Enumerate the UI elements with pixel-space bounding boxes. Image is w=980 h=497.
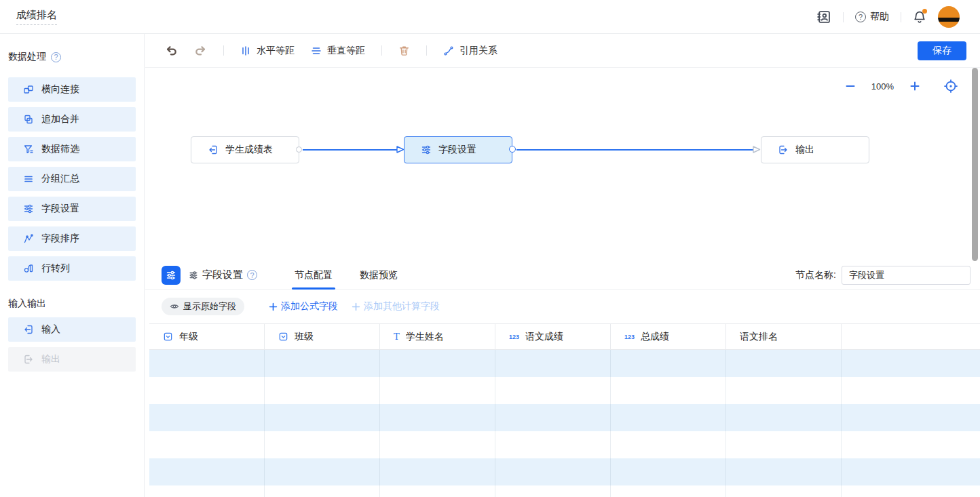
table-row xyxy=(149,458,980,485)
field-settings-icon xyxy=(421,144,432,155)
output-icon xyxy=(778,144,789,155)
sidebar-item-data-filter[interactable]: 数据筛选 xyxy=(8,137,136,161)
column-header-chinese-score[interactable]: 123 语文成绩 xyxy=(495,324,611,349)
table-cell xyxy=(495,485,611,497)
table-cell xyxy=(495,431,611,458)
table-cell xyxy=(726,485,842,497)
help-button[interactable]: 帮助 xyxy=(855,11,889,23)
tab-node-config[interactable]: 节点配置 xyxy=(295,261,333,290)
field-actions-row: 显示原始字段 添加公式字段 添加其他计算字段 xyxy=(145,290,980,323)
node-name-input[interactable] xyxy=(842,266,970,285)
sidebar-item-pivot[interactable]: 行转列 xyxy=(8,256,136,281)
number-type-icon: 123 xyxy=(509,334,519,340)
add-formula-field-label: 添加公式字段 xyxy=(281,300,338,313)
vertical-distribute-label: 垂直等距 xyxy=(327,45,365,57)
edge-fieldsettings-to-output xyxy=(516,149,753,151)
minus-icon xyxy=(844,80,856,92)
table-cell xyxy=(149,485,265,497)
input-icon xyxy=(23,324,34,335)
column-header-empty xyxy=(842,324,980,349)
table-cell xyxy=(726,377,842,404)
sidebar-item-append-merge[interactable]: 追加合并 xyxy=(8,107,136,132)
divider xyxy=(223,45,224,56)
zoom-in-button[interactable] xyxy=(909,80,921,92)
vertical-scrollbar[interactable] xyxy=(972,68,978,261)
user-avatar[interactable] xyxy=(938,6,960,28)
sidebar-item-input[interactable]: 输入 xyxy=(8,317,136,342)
table-cell xyxy=(149,431,265,458)
plus-icon xyxy=(269,302,278,311)
sidebar-section-input-output: 输入输出 xyxy=(8,297,144,311)
top-bar: 成绩排名 帮助 xyxy=(0,0,980,34)
table-row xyxy=(149,377,980,404)
node-name-group: 节点名称: xyxy=(795,266,970,285)
add-formula-field-button[interactable]: 添加公式字段 xyxy=(269,300,338,313)
section-help-icon[interactable] xyxy=(51,52,61,62)
table-cell xyxy=(611,458,726,485)
table-cell xyxy=(842,404,980,431)
column-header-grade[interactable]: 年级 xyxy=(149,324,265,349)
notifications-button[interactable] xyxy=(913,10,926,24)
eye-icon xyxy=(170,302,179,311)
horizontal-distribute-label: 水平等距 xyxy=(257,45,295,57)
column-header-total-score[interactable]: 123 总成绩 xyxy=(611,324,726,349)
column-label: 年级 xyxy=(179,331,198,343)
table-cell xyxy=(495,458,611,485)
app-window: 成绩排名 帮助 xyxy=(0,0,980,497)
table-cell xyxy=(842,458,980,485)
output-port[interactable] xyxy=(296,146,302,153)
topbar-actions: 帮助 xyxy=(816,0,960,34)
panel-help-icon[interactable] xyxy=(247,270,257,280)
add-other-calc-field-label: 添加其他计算字段 xyxy=(364,300,440,313)
node-output[interactable]: 输出 xyxy=(761,136,869,163)
field-settings-mini-icon xyxy=(189,271,198,280)
divider xyxy=(901,12,901,22)
zoom-out-button[interactable] xyxy=(844,80,856,92)
fit-view-button[interactable] xyxy=(944,79,958,93)
sidebar-item-output: 输出 xyxy=(8,347,136,372)
panel-header: 字段设置 节点配置 数据预览 节点名称: xyxy=(145,261,980,290)
reference-relation-button[interactable]: 引用关系 xyxy=(443,45,497,57)
sidebar-item-field-settings[interactable]: 字段设置 xyxy=(8,197,136,221)
table-header-row: 年级 班级 T 学生姓名 xyxy=(149,323,980,350)
sidebar-item-horizontal-join[interactable]: 横向连接 xyxy=(8,77,136,102)
horizontal-distribute-button[interactable]: 水平等距 xyxy=(240,45,295,57)
table-cell xyxy=(842,431,980,458)
output-port[interactable] xyxy=(509,146,516,153)
document-title[interactable]: 成绩排名 xyxy=(16,9,57,25)
table-cell xyxy=(265,485,380,497)
help-icon xyxy=(855,12,866,22)
divider xyxy=(843,12,844,22)
table-cell xyxy=(380,485,495,497)
delete-button[interactable] xyxy=(398,45,410,56)
sidebar-section-data-processing: 数据处理 xyxy=(8,50,144,64)
redo-button[interactable] xyxy=(194,44,207,57)
select-type-icon xyxy=(163,332,173,342)
table-row xyxy=(149,431,980,458)
column-header-chinese-rank[interactable]: 语文排名 xyxy=(726,324,842,349)
pivot-icon xyxy=(23,263,34,274)
contacts-icon[interactable] xyxy=(816,9,831,24)
column-header-class[interactable]: 班级 xyxy=(265,324,380,349)
table-cell xyxy=(611,485,726,497)
node-field-settings[interactable]: 字段设置 xyxy=(404,136,512,163)
zoom-level: 100% xyxy=(871,81,894,92)
table-cell xyxy=(265,404,380,431)
node-student-score-table[interactable]: 学生成绩表 xyxy=(191,136,299,163)
number-type-icon: 123 xyxy=(624,334,635,340)
sidebar-item-group-summary[interactable]: 分组汇总 xyxy=(8,167,136,191)
save-button[interactable]: 保存 xyxy=(918,41,966,60)
vertical-distribute-button[interactable]: 垂直等距 xyxy=(311,45,365,57)
output-icon xyxy=(23,354,34,365)
sidebar-item-label: 字段设置 xyxy=(41,203,79,215)
column-label: 学生姓名 xyxy=(406,331,444,343)
sidebar-item-field-sort[interactable]: 字段排序 xyxy=(8,226,136,251)
tab-data-preview[interactable]: 数据预览 xyxy=(360,261,398,290)
column-header-student-name[interactable]: T 学生姓名 xyxy=(380,324,495,349)
flow-canvas[interactable]: 100% xyxy=(145,68,980,261)
table-cell xyxy=(265,458,380,485)
field-settings-icon xyxy=(23,203,34,214)
undo-button[interactable] xyxy=(165,44,178,57)
show-original-fields-toggle[interactable]: 显示原始字段 xyxy=(162,298,244,315)
zoom-controls: 100% xyxy=(844,79,958,93)
